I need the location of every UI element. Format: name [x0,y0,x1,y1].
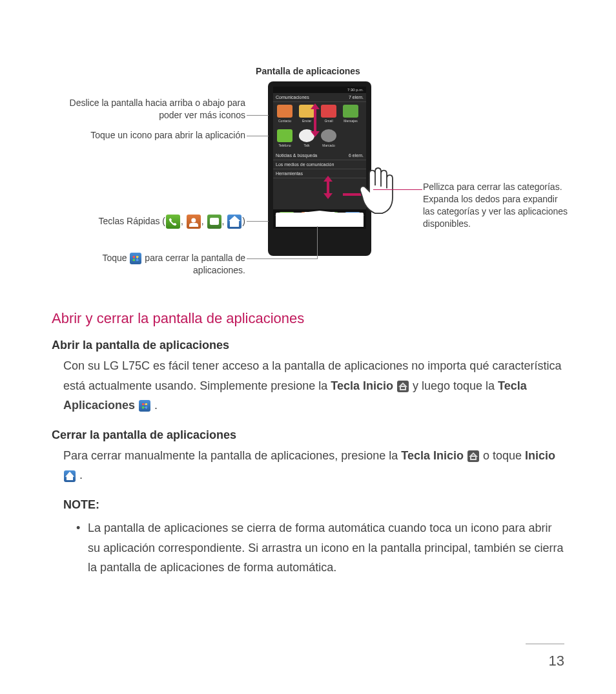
leader-line [247,221,269,222]
phone-mockup: 7:30 p.m. Comunicaciones 7 elem. Contact… [268,81,371,256]
swipe-arrow-icon [311,103,320,137]
bold-text: Tecla Inicio [401,449,464,462]
note-label: NOTE: [63,498,564,512]
text: y luego toque la [409,379,498,392]
note-item: La pantalla de aplicaciones se cierra de… [76,518,564,578]
app-row: Contacto Enviar Gmail Mensajes [273,102,366,127]
home-key-icon [467,450,479,462]
app-icon: Gmail [320,105,338,124]
leader-line [373,189,422,190]
home-key-icon [397,381,409,392]
category-count: 6 elem. [349,153,364,158]
contacts-icon [187,215,201,229]
text: para cerrar la pantalla de aplicaciones. [145,253,245,275]
manual-page: Pantalla de aplicaciones 7:30 p.m. Comun… [0,0,616,694]
app-icon: Contacto [276,105,294,124]
pinch-arrow-icon [323,176,333,199]
text: o toque [480,449,525,462]
diagram-title: Pantalla de aplicaciones [52,66,564,76]
category-header-4: Herramientas [273,169,366,178]
home-icon [227,215,241,229]
leader-line [317,226,318,258]
page-number: 13 [549,653,564,669]
callout-pinch: Pellizca para cerrar las categorías. Exp… [423,181,568,230]
text: . [151,399,158,412]
subheading-open: Abrir la pantalla de aplicaciones [52,339,564,352]
leader-line [247,136,269,136]
statusbar: 7:30 p.m. [273,87,366,93]
home-icon [64,470,76,482]
section-heading: Abrir y cerrar la pantalla de aplicacion… [52,310,564,327]
app-row: Teléfono Talk Marcado [273,127,366,151]
category-header-1: Comunicaciones 7 elem. [273,93,366,102]
paragraph-open: Con su LG L75C es fácil tener acceso a l… [63,356,564,415]
app-icon: Teléfono [276,129,294,149]
callout-swipe: Deslice la pantalla hacia arriba o abajo… [52,97,245,121]
text: Toque [102,253,127,263]
category-name: Los medios de comunicación [276,162,334,167]
quick-keys-bar [273,209,366,229]
apps-icon [130,253,141,264]
text: Teclas Rápidas ( [98,216,165,226]
category-count: 7 elem. [349,95,364,100]
app-icon: Marcado [320,129,338,149]
paragraph-close: Para cerrar manualmente la pantalla de a… [63,446,564,485]
category-name: Herramientas [276,171,303,176]
text: Para cerrar manualmente la pantalla de a… [63,449,401,462]
apps-icon [139,400,150,412]
callout-close: Toque para cerrar la pantalla de aplicac… [52,252,245,277]
bold-text: Inicio [525,449,555,462]
phone-screen: 7:30 p.m. Comunicaciones 7 elem. Contact… [273,87,366,229]
app-icon: Mensajes [342,105,360,124]
leader-line [247,258,318,259]
category-header-2: Noticias & búsqueda 6 elem. [273,151,366,160]
leader-line [343,193,366,196]
category-name: Comunicaciones [276,95,309,100]
leader-line [247,115,269,116]
category-header-3: Los medios de comunicación [273,160,366,169]
home-icon [345,212,360,226]
category-name: Noticias & búsqueda [276,153,317,158]
bold-text: Tecla Inicio [331,379,393,392]
subheading-close: Cerrar la pantalla de aplicaciones [52,428,564,442]
callout-tap: Toque un icono para abrir la aplicación [52,129,245,142]
phone-icon [166,215,180,229]
callout-quick-keys: Teclas Rápidas (, , , ) [52,215,245,229]
text: . [76,468,83,481]
messages-icon [207,215,221,229]
text: ) [242,216,245,226]
diagram-area: Pantalla de aplicaciones 7:30 p.m. Comun… [52,52,564,284]
